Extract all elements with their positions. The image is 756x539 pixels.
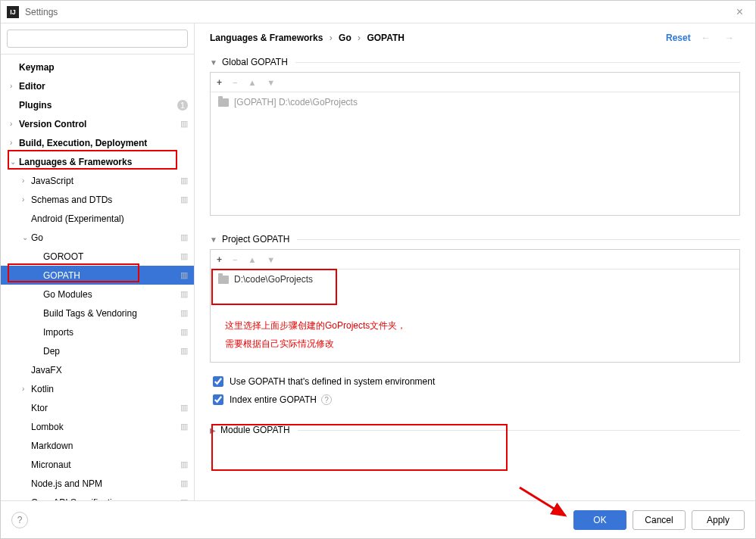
tree-label: Go [31, 232, 43, 243]
section-header[interactable]: ▼ Global GOPATH [210, 52, 740, 72]
sidebar-item-micronaut[interactable]: Micronaut▥ [1, 455, 194, 474]
sidebar-item-imports[interactable]: Imports▥ [1, 322, 194, 341]
project-gopath-list: + − ▲ ▼ D:\code\GoProjects [210, 249, 740, 363]
sidebar-item-keymap[interactable]: Keymap [1, 58, 194, 76]
sidebar-item-ktor[interactable]: Ktor▥ [1, 398, 194, 417]
tree-label: Languages & Frameworks [19, 157, 132, 167]
checkbox-label: Use GOPATH that's defined in system envi… [230, 376, 435, 387]
folder-icon [218, 98, 229, 107]
sidebar-item-go[interactable]: ⌄Go▥ [1, 228, 194, 247]
sidebar-item-gopath[interactable]: GOPATH▥ [1, 266, 194, 285]
help-icon[interactable]: ? [321, 394, 332, 405]
sidebar-item-plugins[interactable]: Plugins1 [1, 95, 194, 114]
tree-arrow-icon: › [22, 385, 31, 393]
tree-label: Markdown [31, 441, 73, 451]
sidebar-item-lombok[interactable]: Lombok▥ [1, 417, 194, 436]
list-toolbar: + − ▲ ▼ [211, 250, 739, 270]
sidebar-item-android-experimental-[interactable]: Android (Experimental) [1, 209, 194, 228]
tree-label: Build, Execution, Deployment [19, 138, 147, 148]
sidebar-item-editor[interactable]: ›Editor [1, 76, 194, 95]
sidebar-item-openapi-specifications[interactable]: OpenAPI Specifications▥ [1, 493, 194, 500]
sidebar-item-node-js-and-npm[interactable]: Node.js and NPM▥ [1, 474, 194, 493]
scope-icon: ▥ [180, 478, 188, 488]
breadcrumb-part[interactable]: Go [339, 33, 351, 43]
checkbox-label: Index entire GOPATH [230, 394, 317, 405]
down-icon[interactable]: ▼ [267, 78, 275, 87]
scope-icon: ▥ [180, 251, 188, 261]
tree-label: Ktor [31, 403, 48, 413]
main-header: Languages & Frameworks › Go › GOPATH Res… [195, 23, 755, 52]
close-icon[interactable]: × [730, 5, 749, 19]
section-title: Project GOPATH [222, 234, 290, 245]
breadcrumb-sep: › [358, 33, 361, 43]
sidebar-item-go-modules[interactable]: Go Modules▥ [1, 285, 194, 304]
tree-arrow-icon: › [10, 120, 19, 128]
tree-arrow-icon: › [10, 139, 19, 147]
sidebar-item-version-control[interactable]: ›Version Control▥ [1, 114, 194, 133]
divider [297, 239, 740, 240]
module-gopath-section: ▶ Module GOPATH [210, 420, 740, 440]
sidebar-item-build-tags-vendoring[interactable]: Build Tags & Vendoring▥ [1, 304, 194, 322]
list-item[interactable]: D:\code\GoProjects [218, 274, 732, 285]
sidebar-item-javascript[interactable]: ›JavaScript▥ [1, 171, 194, 190]
list-content[interactable]: D:\code\GoProjects [211, 270, 739, 289]
tree-label: GOPATH [43, 270, 80, 281]
sidebar-item-build-execution-deployment[interactable]: ›Build, Execution, Deployment [1, 133, 194, 152]
settings-window: IJ Settings × Q˯ Keymap›EditorPlugins1›V… [0, 0, 756, 539]
use-system-gopath-checkbox[interactable] [213, 376, 223, 387]
check-row: Index entire GOPATH ? [213, 394, 737, 405]
scope-icon: ▥ [180, 195, 188, 204]
main-panel: Languages & Frameworks › Go › GOPATH Res… [195, 23, 755, 500]
tree-label: Schemas and DTDs [31, 195, 112, 205]
remove-icon[interactable]: − [233, 255, 237, 264]
add-icon[interactable]: + [217, 77, 222, 88]
scope-icon: ▥ [180, 346, 188, 356]
sidebar-item-kotlin[interactable]: ›Kotlin [1, 379, 194, 398]
sidebar-item-goroot[interactable]: GOROOT▥ [1, 247, 194, 266]
folder-icon [218, 276, 229, 284]
sidebar-item-dep[interactable]: Dep▥ [1, 341, 194, 360]
app-icon: IJ [7, 6, 19, 18]
remove-icon[interactable]: − [233, 78, 237, 87]
window-title: Settings [25, 7, 58, 17]
sidebar-item-schemas-and-dtds[interactable]: ›Schemas and DTDs▥ [1, 190, 194, 209]
index-entire-gopath-checkbox[interactable] [213, 394, 223, 405]
up-icon[interactable]: ▲ [248, 255, 256, 264]
scope-icon: ▥ [180, 460, 188, 469]
tree-label: Lombok [31, 422, 64, 432]
list-item[interactable]: [GOPATH] D:\code\GoProjects [218, 97, 732, 107]
tree-label: Build Tags & Vendoring [43, 308, 137, 319]
cancel-button[interactable]: Cancel [633, 510, 686, 530]
down-icon[interactable]: ▼ [267, 255, 275, 264]
tree-label: Imports [43, 327, 73, 338]
section-header[interactable]: ▶ Module GOPATH [210, 420, 740, 440]
tree-label: JavaFX [31, 365, 62, 375]
tree-arrow-icon: ⌄ [10, 157, 19, 166]
sidebar-item-javafx[interactable]: JavaFX [1, 360, 194, 379]
list-content[interactable]: [GOPATH] D:\code\GoProjects [211, 92, 739, 112]
tree-label: Micronaut [31, 460, 71, 470]
scope-icon: ▥ [180, 422, 188, 432]
breadcrumb-part[interactable]: Languages & Frameworks [210, 33, 323, 43]
settings-tree[interactable]: Keymap›EditorPlugins1›Version Control▥›B… [1, 55, 194, 500]
chevron-down-icon: ▼ [210, 58, 217, 67]
apply-button[interactable]: Apply [692, 510, 745, 530]
badge: 1 [177, 100, 188, 111]
reset-link[interactable]: Reset [666, 33, 691, 43]
sidebar-item-markdown[interactable]: Markdown [1, 436, 194, 455]
path-text: [GOPATH] D:\code\GoProjects [234, 97, 358, 107]
path-text: D:\code\GoProjects [234, 274, 313, 285]
nav-arrows: ← → [701, 33, 740, 43]
sidebar-item-languages-frameworks[interactable]: ⌄Languages & Frameworks [1, 152, 194, 171]
section-header[interactable]: ▼ Project GOPATH [210, 229, 740, 249]
scope-icon: ▥ [180, 232, 188, 242]
scope-icon: ▥ [180, 176, 188, 185]
add-icon[interactable]: + [217, 254, 222, 265]
global-gopath-section: ▼ Global GOPATH + − ▲ ▼ [GOPATH] D:\co [210, 52, 740, 216]
search-input[interactable] [7, 30, 188, 48]
ok-button[interactable]: OK [573, 510, 626, 530]
divider [298, 430, 740, 431]
up-icon[interactable]: ▲ [248, 78, 256, 87]
help-button[interactable]: ? [11, 512, 28, 528]
tree-arrow-icon: › [22, 195, 31, 204]
